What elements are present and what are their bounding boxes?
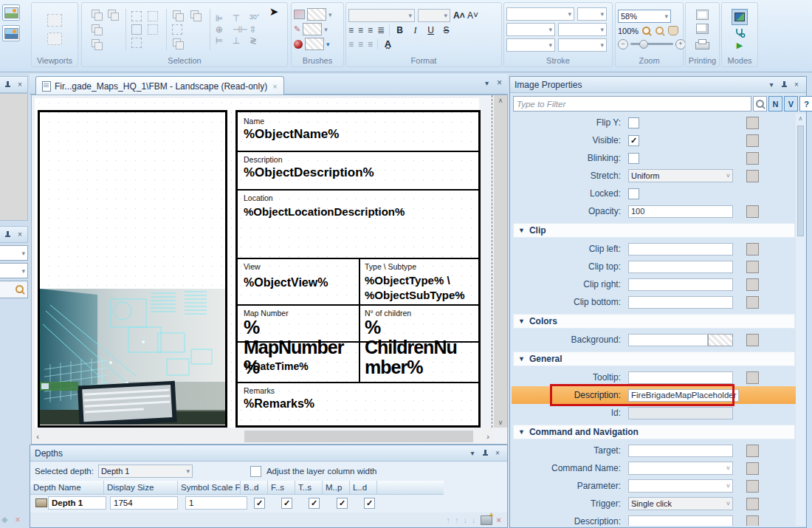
- clip-bottom-detail-button[interactable]: [746, 296, 759, 309]
- placeholder-photo[interactable]: [40, 289, 225, 425]
- ungroup-icon[interactable]: [190, 10, 202, 21]
- gradient-brush-dropdown-icon[interactable]: ▾: [326, 41, 330, 48]
- zoom-slider[interactable]: [630, 43, 673, 45]
- description-input[interactable]: FireBrigadeMapPlaceholder: [628, 389, 739, 402]
- align-bottom-icon[interactable]: ⊥: [233, 36, 247, 45]
- section-command-navigation[interactable]: ▼Command and Navigation: [513, 425, 795, 439]
- select-all-icon[interactable]: [131, 11, 142, 21]
- col-b-d[interactable]: B..d: [241, 481, 268, 494]
- depth-display-size-cell[interactable]: 1754: [110, 496, 178, 510]
- depth-check-4[interactable]: [337, 498, 348, 509]
- align-text-left-icon[interactable]: ≡: [348, 26, 354, 35]
- zoom-slider-thumb[interactable]: [639, 40, 648, 49]
- cmd-description-input[interactable]: [628, 515, 733, 527]
- run-mode-icon[interactable]: ▶: [737, 41, 743, 50]
- cmd-description-detail-button[interactable]: [746, 515, 759, 527]
- italic-icon[interactable]: I: [410, 25, 421, 36]
- filter-help-button[interactable]: ?: [799, 96, 812, 112]
- strikethrough-icon[interactable]: S: [441, 25, 452, 35]
- dock-close-icon[interactable]: ×: [15, 515, 20, 525]
- add-depth-icon[interactable]: [481, 515, 492, 525]
- underline-icon[interactable]: U: [425, 25, 436, 35]
- left-panel-2-combo-2[interactable]: ▾: [0, 263, 28, 278]
- background-input[interactable]: [628, 334, 708, 346]
- stretch-select[interactable]: Uniform˅: [628, 169, 733, 182]
- depths-menu-icon[interactable]: ▾: [467, 448, 478, 459]
- depths-pin-button[interactable]: [480, 448, 490, 459]
- scroll-down-icon[interactable]: ∨: [494, 419, 507, 426]
- canvas-vertical-scrollbar[interactable]: ∧ ∨: [494, 95, 507, 428]
- drawing-canvas[interactable]: Name %ObjectName% Description %ObjectDes…: [31, 95, 508, 445]
- depth-row[interactable]: Depth 1 1754 1: [30, 494, 507, 513]
- delete-depth-icon[interactable]: ×: [497, 515, 501, 524]
- stroke-miter-select[interactable]: ▾: [558, 38, 607, 52]
- left-panel-2-pin-button[interactable]: [2, 230, 13, 240]
- properties-menu-icon[interactable]: ▾: [766, 80, 777, 90]
- depth-symbol-scale-cell[interactable]: 1: [185, 496, 247, 510]
- canvas-horizontal-scrollbar[interactable]: ‹ ›: [32, 429, 494, 444]
- vertical-align-top-icon[interactable]: ≡: [348, 40, 354, 49]
- pointer-select-icon[interactable]: ➤: [269, 5, 279, 18]
- print-preview-icon[interactable]: [696, 24, 709, 34]
- stretch-detail-button[interactable]: [746, 170, 759, 182]
- fill-brush-dropdown-icon[interactable]: ▾: [328, 11, 332, 18]
- zoom-in-button[interactable]: +: [675, 39, 686, 49]
- move-bottom-icon[interactable]: ↓: [472, 515, 476, 524]
- diagnostic-mode-icon[interactable]: [734, 27, 746, 38]
- tab-list-dropdown-icon[interactable]: ▾: [485, 79, 489, 87]
- selected-depth-select[interactable]: Depth 1▾: [98, 464, 193, 478]
- regroup-icon[interactable]: [172, 24, 182, 35]
- align-top-icon[interactable]: ⊤: [233, 14, 247, 23]
- filter-v-button[interactable]: V: [784, 96, 798, 112]
- distribute-h-icon[interactable]: ≷: [250, 36, 264, 45]
- clip-left-detail-button[interactable]: [746, 243, 759, 256]
- zoom-selection-icon[interactable]: [655, 26, 665, 36]
- move-up-icon[interactable]: ↑: [455, 515, 459, 524]
- scroll-up-icon[interactable]: ∧: [494, 97, 507, 104]
- stroke-dash-select[interactable]: ▾: [506, 38, 555, 52]
- visible-detail-button[interactable]: [746, 134, 759, 147]
- deselect-icon[interactable]: [148, 24, 158, 35]
- left-panel-2-combo-1[interactable]: ▾: [0, 245, 28, 261]
- increase-font-icon[interactable]: A˄: [453, 10, 464, 21]
- clip-top-detail-button[interactable]: [746, 261, 759, 273]
- zoom-out-button[interactable]: −: [618, 39, 628, 49]
- clip-bottom-input[interactable]: [628, 296, 733, 309]
- fill-brush-icon[interactable]: [294, 10, 305, 19]
- depth-check-5[interactable]: [364, 498, 375, 509]
- target-detail-button[interactable]: [746, 445, 759, 457]
- opacity-detail-button[interactable]: [746, 205, 759, 218]
- command-name-select[interactable]: ˅: [628, 462, 733, 475]
- left-panel-2-close-button[interactable]: ×: [15, 230, 25, 240]
- bring-forward-icon[interactable]: [91, 9, 103, 21]
- col-symbol-scale-factor[interactable]: Symbol Scale Factor: [178, 481, 241, 494]
- justify-text-icon[interactable]: ≣: [377, 26, 385, 35]
- col-l-d[interactable]: L..d: [350, 481, 377, 494]
- insert-photo-button[interactable]: [2, 25, 20, 41]
- depth-check-2[interactable]: [281, 498, 292, 509]
- section-colors[interactable]: ▼Colors: [513, 314, 795, 329]
- stroke-brush-dropdown-icon[interactable]: ▾: [324, 26, 328, 33]
- font-size-select[interactable]: ▾: [418, 9, 450, 22]
- depth-name-cell[interactable]: Depth 1: [48, 496, 106, 510]
- properties-close-button[interactable]: ×: [791, 80, 802, 90]
- font-style-icon[interactable]: A̰: [382, 38, 393, 49]
- section-general[interactable]: ▼General: [513, 352, 795, 366]
- trigger-select[interactable]: Single click˅: [628, 497, 733, 510]
- gradient-brush-icon[interactable]: [294, 40, 303, 49]
- viewport-select-icon[interactable]: [47, 32, 62, 45]
- select-inside-icon[interactable]: [131, 24, 142, 35]
- visible-checkbox[interactable]: [628, 135, 639, 146]
- properties-scrollbar[interactable]: ∧: [796, 114, 805, 526]
- send-to-back-icon[interactable]: [91, 38, 103, 50]
- parameter-select[interactable]: ˅: [628, 479, 733, 493]
- target-input[interactable]: [628, 445, 733, 457]
- scroll-right-icon[interactable]: ›: [482, 432, 494, 441]
- gradient-brush-swatch[interactable]: [305, 38, 324, 50]
- stroke-width-select[interactable]: ▾: [506, 23, 555, 36]
- bring-to-front-icon[interactable]: [91, 24, 103, 35]
- font-family-select[interactable]: ▾: [348, 9, 415, 22]
- align-center-icon[interactable]: ⊕: [216, 25, 230, 34]
- edit-mode-button[interactable]: [732, 9, 748, 25]
- move-down-icon[interactable]: ↓: [464, 515, 468, 524]
